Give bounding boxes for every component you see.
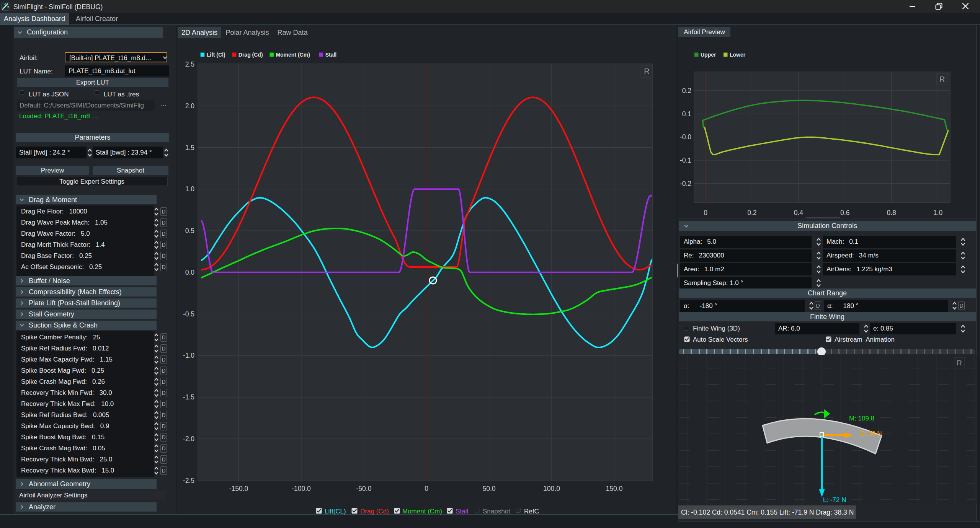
svg-text:0.2: 0.2: [682, 87, 691, 95]
svg-text:2.5: 2.5: [185, 60, 194, 68]
svg-text:1.5: 1.5: [185, 144, 194, 152]
svg-text:0.0: 0.0: [185, 269, 195, 276]
svg-text:-2.0: -2.0: [183, 435, 194, 443]
svg-text:0.5: 0.5: [185, 227, 194, 235]
svg-text:100.0: 100.0: [543, 485, 560, 492]
svg-text:D: 38 N: D: 38 N: [860, 430, 882, 437]
svg-text:0.1: 0.1: [682, 110, 691, 118]
svg-text:R: R: [644, 67, 649, 75]
svg-text:2.0: 2.0: [185, 102, 195, 110]
svg-text:1.0: 1.0: [185, 185, 195, 193]
svg-text:50.0: 50.0: [482, 485, 495, 492]
svg-text:-50.0: -50.0: [356, 485, 372, 492]
svg-text:L: -72 N: L: -72 N: [823, 496, 846, 504]
svg-text:-1.5: -1.5: [183, 393, 194, 401]
svg-text:0.6: 0.6: [840, 209, 849, 217]
svg-text:0: 0: [425, 485, 428, 492]
svg-text:-0.2: -0.2: [680, 180, 691, 187]
svg-text:0: 0: [704, 209, 707, 217]
svg-text:R: R: [957, 359, 962, 367]
svg-text:Drag (Cd): Drag (Cd): [238, 52, 263, 58]
svg-text:-100.0: -100.0: [292, 485, 311, 492]
svg-text:M: 109.8: M: 109.8: [849, 415, 874, 422]
svg-text:-0.0: -0.0: [680, 133, 691, 141]
svg-text:Lift (Cl): Lift (Cl): [207, 52, 225, 58]
svg-text:Upper: Upper: [701, 52, 716, 58]
svg-text:-150.0: -150.0: [229, 485, 248, 492]
svg-text:-0.1: -0.1: [680, 156, 691, 164]
svg-text:Stall: Stall: [325, 52, 337, 58]
svg-text:-1.0: -1.0: [183, 352, 194, 359]
svg-text:R: R: [939, 75, 945, 83]
svg-text:1.0: 1.0: [933, 209, 943, 217]
svg-text:0.4: 0.4: [794, 209, 804, 217]
svg-text:0.2: 0.2: [747, 209, 756, 217]
svg-text:-0.5: -0.5: [183, 310, 194, 318]
svg-text:Lower: Lower: [730, 52, 746, 58]
svg-text:150.0: 150.0: [606, 485, 623, 492]
svg-text:0.8: 0.8: [887, 209, 896, 217]
svg-text:Moment (Cm): Moment (Cm): [276, 52, 310, 58]
svg-text:-2.5: -2.5: [183, 477, 194, 484]
